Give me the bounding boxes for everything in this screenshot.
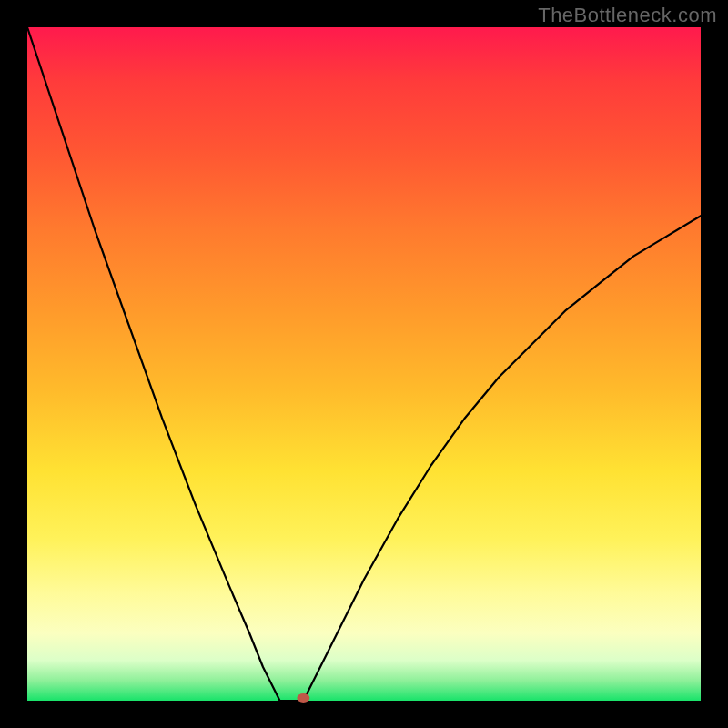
- chart-svg: [27, 27, 701, 701]
- plot-area: [27, 27, 701, 701]
- curve-right-branch: [303, 216, 701, 701]
- chart-frame: TheBottleneck.com: [0, 0, 728, 728]
- curve-left-branch: [27, 27, 280, 701]
- marker-dot: [297, 693, 309, 703]
- watermark-text: TheBottleneck.com: [538, 4, 717, 27]
